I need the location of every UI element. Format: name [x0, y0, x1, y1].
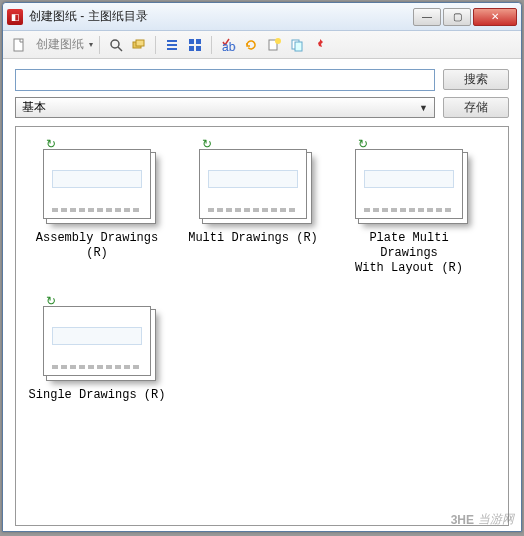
folders-icon[interactable] [129, 35, 149, 55]
create-drawing-label: 创建图纸 [36, 36, 84, 53]
category-row: 基本 存储 [15, 97, 509, 118]
toolbar-separator [155, 36, 156, 54]
svg-point-1 [111, 40, 119, 48]
category-select[interactable]: 基本 [15, 97, 435, 118]
list-view-icon[interactable] [162, 35, 182, 55]
drawing-thumbnail [199, 149, 307, 219]
drawing-gallery: ↻ Assembly Drawings (R) ↻ Multi Drawings… [15, 126, 509, 526]
search-icon[interactable] [106, 35, 126, 55]
svg-text:abc: abc [222, 40, 236, 53]
drawing-item[interactable]: ↻ Assembly Drawings (R) [26, 137, 168, 276]
app-icon: ◧ [7, 9, 23, 25]
grid-view-icon[interactable] [185, 35, 205, 55]
toolbar-separator [99, 36, 100, 54]
svg-rect-0 [14, 39, 23, 51]
minimize-button[interactable]: — [413, 8, 441, 26]
new-doc-icon[interactable] [9, 35, 29, 55]
drawing-caption: Single Drawings (R) [29, 388, 166, 403]
items-container: ↻ Assembly Drawings (R) ↻ Multi Drawings… [26, 137, 498, 403]
svg-rect-10 [189, 46, 194, 51]
svg-rect-9 [196, 39, 201, 44]
category-selected-label: 基本 [22, 99, 46, 116]
close-button[interactable]: ✕ [473, 8, 517, 26]
search-button[interactable]: 搜索 [443, 69, 509, 90]
svg-rect-16 [295, 42, 302, 51]
window-buttons: — ▢ ✕ [413, 8, 517, 26]
pin-icon[interactable] [310, 35, 330, 55]
drawing-caption: Assembly Drawings (R) [26, 231, 168, 261]
new-star-icon[interactable] [264, 35, 284, 55]
copy-icon[interactable] [287, 35, 307, 55]
maximize-button[interactable]: ▢ [443, 8, 471, 26]
create-dropdown-icon[interactable]: ▾ [89, 40, 93, 49]
svg-rect-4 [136, 40, 144, 46]
svg-point-14 [275, 38, 281, 44]
drawing-thumbnail [43, 149, 151, 219]
refresh-icon[interactable] [241, 35, 261, 55]
check-abc-icon[interactable]: abc [218, 35, 238, 55]
drawing-caption: Multi Drawings (R) [188, 231, 318, 246]
title-bar: ◧ 创建图纸 - 主图纸目录 — ▢ ✕ [3, 3, 521, 31]
toolbar-separator [211, 36, 212, 54]
search-input[interactable] [15, 69, 435, 91]
drawing-thumbnail [355, 149, 463, 219]
drawing-caption: Plate Multi Drawings With Layout (R) [338, 231, 480, 276]
svg-rect-11 [196, 46, 201, 51]
window-title: 创建图纸 - 主图纸目录 [29, 8, 413, 25]
drawing-item[interactable]: ↻ Plate Multi Drawings With Layout (R) [338, 137, 480, 276]
content-area: 搜索 基本 存储 ↻ Assembly Drawings (R) ↻ Multi… [3, 59, 521, 531]
svg-line-2 [118, 47, 122, 51]
drawing-item[interactable]: ↻ Single Drawings (R) [26, 294, 168, 403]
drawing-item[interactable]: ↻ Multi Drawings (R) [182, 137, 324, 276]
drawing-thumbnail [43, 306, 151, 376]
app-window: ◧ 创建图纸 - 主图纸目录 — ▢ ✕ 创建图纸 ▾ abc 搜索 基本 [2, 2, 522, 532]
toolbar: 创建图纸 ▾ abc [3, 31, 521, 59]
svg-rect-8 [189, 39, 194, 44]
store-button[interactable]: 存储 [443, 97, 509, 118]
search-row: 搜索 [15, 69, 509, 91]
